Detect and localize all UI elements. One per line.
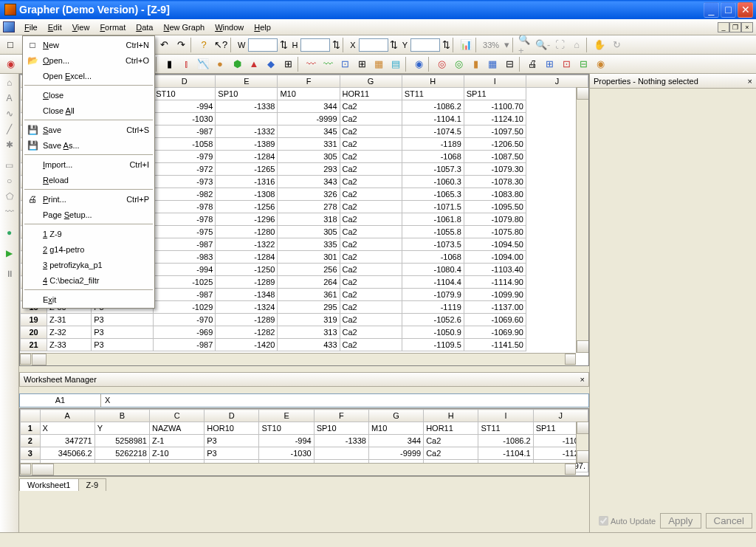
pause-icon[interactable]: ⏸: [2, 266, 17, 281]
t4-icon[interactable]: ▮: [467, 56, 484, 72]
menu-window[interactable]: Window: [210, 21, 249, 34]
file-menu-close[interactable]: Close: [24, 87, 154, 103]
bar8-icon[interactable]: ⊞: [280, 56, 296, 72]
cancel-button[interactable]: Cancel: [706, 513, 753, 529]
mdi-system-icon[interactable]: [3, 21, 15, 32]
row-header[interactable]: 19: [21, 314, 47, 326]
y-spin[interactable]: ⇅: [441, 37, 451, 53]
file-menu-save-as-[interactable]: 💾Save As...: [24, 137, 154, 153]
help-icon[interactable]: ?: [196, 37, 212, 53]
wsm-col-header[interactable]: G: [368, 410, 423, 422]
wsm-col-header[interactable]: J: [533, 410, 588, 422]
menu-view[interactable]: View: [67, 21, 95, 34]
wsm-cell[interactable]: -994: [259, 435, 314, 447]
row-header[interactable]: 21: [21, 339, 47, 351]
height-field[interactable]: [300, 38, 330, 52]
wsm-cell[interactable]: ST11: [478, 422, 533, 435]
menu-help[interactable]: Help: [249, 21, 276, 34]
x-field[interactable]: [359, 38, 388, 52]
file-menu-open-[interactable]: 📂Open...Ctrl+O: [24, 52, 154, 68]
g1-icon[interactable]: ◉: [2, 56, 18, 72]
file-menu-2-g14-petro[interactable]: 2 g14-petro: [24, 241, 154, 257]
wsm-cell[interactable]: [314, 447, 368, 460]
col-header[interactable]: D: [154, 75, 216, 88]
wsm-col-header[interactable]: D: [205, 410, 259, 422]
menu-new-graph[interactable]: New Graph: [158, 21, 210, 34]
horizontal-scrollbar[interactable]: [20, 353, 576, 365]
wsm-cell[interactable]: 347271: [40, 435, 94, 447]
wsm-close-icon[interactable]: ×: [580, 375, 585, 384]
undo-icon[interactable]: ↶: [156, 37, 172, 53]
bar1-icon[interactable]: ▮: [161, 56, 177, 72]
mdi-minimize[interactable]: _: [718, 22, 729, 32]
wsm-cell[interactable]: SP10: [314, 422, 368, 435]
bar3-icon[interactable]: 📉: [195, 56, 211, 72]
zoomout-icon[interactable]: 🔍-: [535, 37, 551, 53]
p1-icon[interactable]: 〰: [303, 56, 319, 72]
p3-icon[interactable]: ⊡: [337, 56, 353, 72]
wsm-cell[interactable]: M10: [368, 422, 423, 435]
cell-value[interactable]: X: [101, 394, 588, 407]
whatsthis-icon[interactable]: ↖?: [213, 37, 229, 53]
maximize-button[interactable]: □: [721, 2, 736, 18]
wsm-cell[interactable]: 345066.2: [40, 447, 94, 460]
file-menu-import-[interactable]: Import...Ctrl+I: [24, 156, 154, 172]
home-icon[interactable]: ⌂: [2, 75, 17, 90]
bar6-icon[interactable]: ▲: [246, 56, 262, 72]
zoom-dropdown-icon[interactable]: ▾: [502, 37, 511, 53]
p6-icon[interactable]: ▤: [388, 56, 404, 72]
e3-icon[interactable]: ⊡: [558, 56, 574, 72]
wsm-cell[interactable]: 5258981: [94, 435, 149, 447]
col-header[interactable]: G: [340, 75, 402, 88]
e5-icon[interactable]: ◉: [592, 56, 608, 72]
wsm-col-header[interactable]: B: [94, 410, 149, 422]
wsm-cell[interactable]: -1104.1: [478, 447, 533, 460]
pan-icon[interactable]: ✋: [591, 37, 608, 53]
col-header[interactable]: F: [278, 75, 340, 88]
wsm-cell[interactable]: Z-10: [149, 447, 204, 460]
height-spin[interactable]: ⇅: [331, 37, 341, 53]
marker-icon[interactable]: ●: [2, 225, 17, 240]
bar2-icon[interactable]: ⫿: [178, 56, 194, 72]
file-menu-open-excel-[interactable]: Open Excel...: [24, 68, 154, 83]
wsm-cell[interactable]: -1030: [259, 447, 314, 460]
wsm-row-header[interactable]: 2: [21, 435, 41, 447]
mdi-restore[interactable]: ❐: [729, 22, 741, 32]
ellipse-icon[interactable]: ○: [2, 173, 17, 188]
curve-icon[interactable]: 〰: [2, 204, 17, 219]
wsm-cell[interactable]: Ca2: [424, 447, 478, 460]
wsm-row-header[interactable]: 1: [21, 422, 41, 435]
t5-icon[interactable]: ▦: [484, 56, 501, 72]
wsm-col-header[interactable]: A: [40, 410, 94, 422]
wsm-cell[interactable]: HOR11: [424, 422, 478, 435]
e4-icon[interactable]: ⊟: [575, 56, 591, 72]
zoomreset-icon[interactable]: ⌂: [568, 37, 585, 53]
menu-edit[interactable]: Edit: [43, 21, 67, 34]
p4-icon[interactable]: ⊞: [354, 56, 370, 72]
apply-button[interactable]: Apply: [660, 513, 701, 529]
wsm-cell[interactable]: HOR10: [205, 422, 259, 435]
line-icon[interactable]: ╱: [2, 122, 17, 137]
wsm-cell[interactable]: 344: [368, 435, 423, 447]
file-menu-page-setup-[interactable]: Page Setup...: [24, 207, 154, 222]
t1-icon[interactable]: ◉: [410, 56, 427, 72]
wsm-cell[interactable]: NAZWA: [149, 422, 204, 435]
chart-icon[interactable]: 📊: [458, 37, 474, 53]
wsm-col-header[interactable]: H: [424, 410, 478, 422]
col-header[interactable]: I: [464, 75, 526, 88]
wsm-cell[interactable]: -1086.2: [478, 435, 533, 447]
menu-format[interactable]: Format: [94, 21, 131, 34]
wsm-cell[interactable]: Y: [94, 422, 149, 435]
width-spin[interactable]: ⇅: [278, 37, 289, 53]
wsm-col-header[interactable]: E: [259, 410, 314, 422]
file-menu-reload[interactable]: Reload: [24, 172, 154, 188]
t6-icon[interactable]: ⊟: [501, 56, 518, 72]
menu-file[interactable]: File: [19, 21, 43, 34]
wsm-cell[interactable]: -1338: [314, 435, 368, 447]
text-tool-icon[interactable]: A: [2, 91, 17, 106]
col-header[interactable]: J: [526, 75, 588, 88]
wsm-cell[interactable]: P3: [205, 447, 259, 460]
file-menu-print-[interactable]: 🖨Print...Ctrl+P: [24, 191, 154, 207]
wsm-col-header[interactable]: I: [478, 410, 533, 422]
y-field[interactable]: [410, 38, 440, 52]
